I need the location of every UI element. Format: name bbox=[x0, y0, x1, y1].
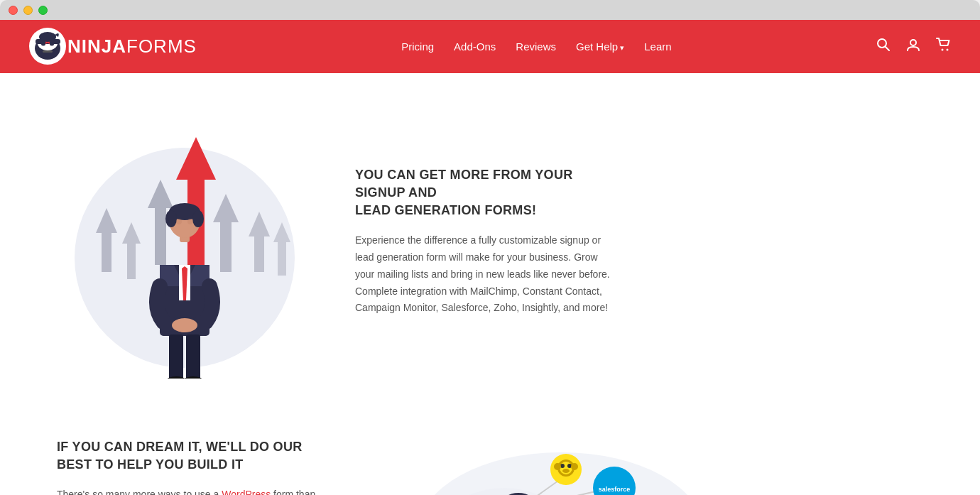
svg-rect-29 bbox=[186, 334, 200, 379]
svg-point-55 bbox=[567, 464, 572, 468]
nav-pricing[interactable]: Pricing bbox=[401, 40, 434, 53]
section-dream-build: IF YOU CAN DREAM IT, WE'LL DO OUR BEST T… bbox=[0, 410, 980, 495]
svg-rect-28 bbox=[169, 334, 183, 379]
svg-point-5 bbox=[41, 43, 45, 46]
svg-point-56 bbox=[562, 469, 570, 473]
main-content: YOU CAN GET MORE FROM YOUR SIGNUP AND LE… bbox=[0, 73, 980, 495]
svg-point-11 bbox=[910, 40, 916, 45]
svg-line-10 bbox=[885, 47, 889, 51]
text-block-dream: IF YOU CAN DREAM IT, WE'LL DO OUR BEST T… bbox=[57, 424, 320, 495]
navbar: NINJAFORMS Pricing Add-Ons Reviews Get H… bbox=[0, 20, 980, 73]
nav-learn[interactable]: Learn bbox=[644, 40, 671, 53]
nav-reviews[interactable]: Reviews bbox=[516, 40, 556, 53]
minimize-button[interactable] bbox=[23, 6, 33, 15]
nav-addons[interactable]: Add-Ons bbox=[454, 40, 496, 53]
svg-point-54 bbox=[560, 464, 565, 468]
svg-point-37 bbox=[176, 219, 182, 224]
search-icon[interactable] bbox=[876, 38, 891, 55]
browser-window: NINJAFORMS Pricing Add-Ons Reviews Get H… bbox=[0, 0, 980, 495]
ninja-logo-icon bbox=[28, 27, 67, 66]
brand-name: NINJAFORMS bbox=[67, 36, 197, 58]
account-icon[interactable] bbox=[906, 38, 920, 55]
section-signup-forms: YOU CAN GET MORE FROM YOUR SIGNUP AND LE… bbox=[0, 73, 980, 410]
svg-point-36 bbox=[192, 210, 204, 227]
section2-heading: IF YOU CAN DREAM IT, WE'LL DO OUR BEST T… bbox=[57, 438, 320, 474]
brand-logo[interactable]: NINJAFORMS bbox=[28, 27, 197, 66]
svg-point-8 bbox=[39, 32, 56, 42]
svg-point-27 bbox=[172, 318, 197, 332]
svg-text:salesforce: salesforce bbox=[599, 486, 631, 493]
nav-utility-icons bbox=[876, 38, 952, 55]
svg-point-57 bbox=[554, 463, 561, 470]
section1-body: Experience the difference a fully custom… bbox=[355, 232, 618, 317]
nav-links: Pricing Add-Ons Reviews Get Help Learn bbox=[401, 40, 671, 53]
section1-heading: YOU CAN GET MORE FROM YOUR SIGNUP AND LE… bbox=[355, 166, 618, 220]
illustration-growth bbox=[57, 102, 312, 381]
text-block-signup: YOU CAN GET MORE FROM YOUR SIGNUP AND LE… bbox=[355, 166, 618, 317]
svg-point-12 bbox=[941, 49, 943, 51]
svg-point-38 bbox=[187, 219, 193, 224]
wordpress-link[interactable]: WordPress bbox=[222, 489, 271, 495]
svg-point-58 bbox=[571, 463, 578, 470]
svg-rect-7 bbox=[43, 50, 53, 53]
cart-icon[interactable] bbox=[936, 38, 952, 55]
close-button[interactable] bbox=[9, 6, 18, 15]
title-bar bbox=[0, 0, 980, 20]
svg-point-13 bbox=[946, 49, 948, 51]
maximize-button[interactable] bbox=[38, 6, 48, 15]
nav-gethelp[interactable]: Get Help bbox=[576, 40, 624, 53]
svg-point-6 bbox=[50, 43, 54, 46]
section2-body: There's so many more ways to use a WordP… bbox=[57, 486, 320, 495]
svg-point-35 bbox=[165, 210, 177, 227]
illustration-integrations: salesforce X bbox=[362, 424, 717, 495]
